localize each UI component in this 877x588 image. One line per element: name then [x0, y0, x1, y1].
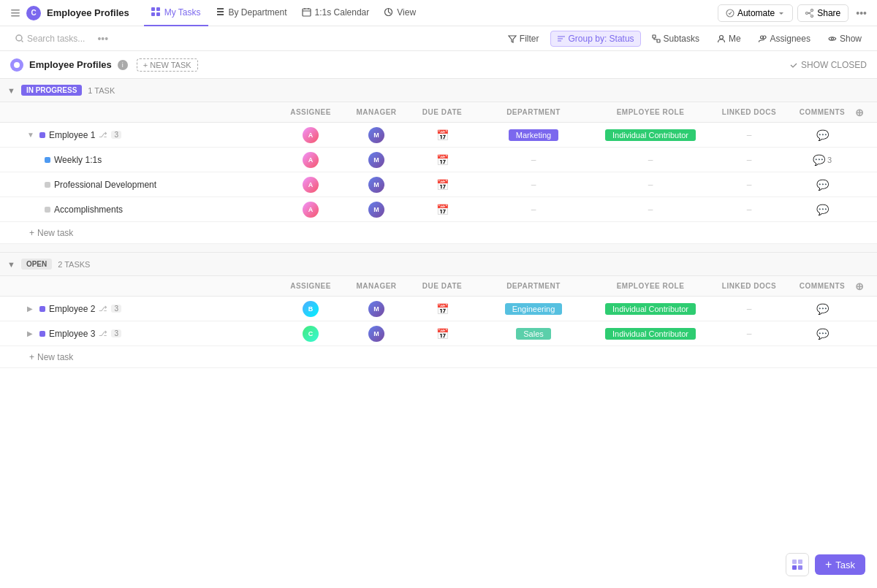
col-header-department: DEPARTMENT: [475, 282, 592, 290]
svg-point-20: [14, 62, 20, 68]
task-more-icon[interactable]: •••: [136, 131, 145, 140]
linked-docs-cell: –: [709, 304, 789, 314]
expand-arrow[interactable]: ▶: [27, 329, 36, 337]
col-header-add[interactable]: ⊕: [855, 280, 877, 292]
linked-docs-cell: –: [709, 130, 789, 140]
toggle-open[interactable]: ▼: [7, 260, 15, 269]
role-badge: Individual Contributor: [605, 129, 696, 141]
calendar-icon: 📅: [436, 303, 449, 315]
grid-view-button[interactable]: [786, 553, 809, 576]
expand-arrow[interactable]: ▶: [27, 305, 36, 313]
show-closed-button[interactable]: SHOW CLOSED: [789, 60, 867, 70]
assignees-button[interactable]: Assignees: [752, 31, 817, 47]
department-badge: Sales: [516, 328, 551, 340]
tab-my-tasks[interactable]: My Tasks: [144, 0, 208, 26]
svg-point-11: [806, 12, 808, 14]
col-header-employee-role: EMPLOYEE ROLE: [592, 108, 709, 116]
new-task-label: + NEW TASK: [143, 61, 191, 69]
show-button[interactable]: Show: [821, 31, 868, 47]
task-more-icon[interactable]: •••: [163, 180, 172, 189]
task-more-icon[interactable]: •••: [128, 305, 137, 313]
department-cell: –: [475, 205, 592, 215]
due-date-cell: 📅: [409, 154, 475, 166]
checkmark-icon: [789, 61, 798, 69]
tab-view[interactable]: View: [376, 0, 423, 26]
comments-cell: 💬: [789, 179, 855, 191]
assignees-label: Assignees: [770, 34, 810, 44]
table-row[interactable]: ▶ Employee 3 ⎇ 3 ••• C M 📅 Sales Individ…: [0, 321, 877, 346]
linked-docs-dash: –: [747, 155, 752, 165]
add-new-task-in-progress[interactable]: + New task: [0, 222, 877, 244]
col-header-add[interactable]: ⊕: [855, 107, 877, 118]
task-more-icon[interactable]: •••: [128, 329, 137, 338]
column-headers-in-progress: ASSIGNEE MANAGER DUE DATE DEPARTMENT EMP…: [0, 102, 877, 123]
tab-view-label: View: [397, 7, 416, 18]
avatar: A: [303, 127, 319, 143]
comment-icon[interactable]: 💬: [816, 328, 829, 340]
role-dash: –: [648, 180, 653, 190]
add-subtask-icon[interactable]: +: [128, 129, 134, 140]
new-task-header-button[interactable]: + NEW TASK: [137, 58, 198, 72]
assignee-cell: A: [278, 152, 343, 168]
task-name: Employee 3: [49, 329, 95, 339]
role-badge: Individual Contributor: [605, 303, 696, 315]
linked-docs-dash: –: [747, 329, 752, 339]
status-badge-open: OPEN: [21, 259, 52, 270]
me-button[interactable]: Me: [710, 31, 748, 47]
tab-calendar[interactable]: 1:1s Calendar: [295, 0, 377, 26]
comment-icon[interactable]: 💬: [816, 129, 829, 141]
table-row[interactable]: Accomplishments ••• A M 📅 – – – 💬: [0, 197, 877, 222]
info-badge[interactable]: i: [118, 60, 128, 70]
linked-docs-dash: –: [747, 205, 752, 215]
sidebar-toggle[interactable]: [7, 5, 23, 21]
department-cell: Sales: [475, 328, 592, 340]
toolbar-more-icon[interactable]: •••: [97, 33, 108, 45]
share-label: Share: [817, 8, 840, 18]
filter-button[interactable]: Filter: [501, 31, 546, 47]
col-header-assignee: ASSIGNEE: [278, 282, 343, 290]
comment-num: 3: [827, 156, 832, 164]
table-row[interactable]: Weekly 1:1s A M 📅 – – – 💬 3: [0, 148, 877, 172]
svg-rect-7: [303, 9, 311, 16]
employee-role-cell: Individual Contributor: [592, 303, 709, 315]
assignee-cell: A: [278, 177, 343, 193]
task-name: Professional Development: [54, 180, 156, 190]
search-wrap[interactable]: Search tasks...: [9, 31, 91, 47]
manager-cell: M: [343, 326, 409, 342]
subtask-count-icon: ⎇: [99, 131, 107, 139]
top-right-actions: Automate Share •••: [718, 4, 870, 22]
task-more-icon[interactable]: •••: [129, 205, 138, 214]
share-button[interactable]: Share: [797, 4, 848, 22]
tab-by-department[interactable]: By Department: [208, 0, 295, 26]
group-by-icon: [557, 34, 566, 43]
avatar: M: [368, 202, 384, 218]
svg-rect-15: [657, 39, 660, 42]
group-by-button[interactable]: Group by: Status: [550, 31, 641, 47]
new-task-fab-button[interactable]: + Task: [815, 554, 865, 575]
table-row[interactable]: ▶ Employee 2 ⎇ 3 ••• B M 📅 Engineering I…: [0, 297, 877, 321]
employee-role-cell: Individual Contributor: [592, 129, 709, 141]
table-row[interactable]: Professional Development ••• A M 📅 – – –…: [0, 172, 877, 197]
col-header-due-date: DUE DATE: [409, 108, 475, 116]
top-nav-tabs: My Tasks By Department 1:1s Calendar Vie…: [144, 0, 423, 26]
add-new-task-open[interactable]: + New task: [0, 346, 877, 368]
expand-arrow[interactable]: ▼: [27, 131, 36, 139]
subtasks-button[interactable]: Subtasks: [645, 31, 706, 47]
comment-icon[interactable]: 💬: [816, 204, 829, 215]
top-bar: C Employee Profiles My Tasks By Departme…: [0, 0, 877, 26]
comment-icon[interactable]: 💬: [813, 154, 825, 166]
assignee-cell: B: [278, 301, 343, 317]
comment-icon[interactable]: 💬: [816, 303, 829, 315]
more-options-icon[interactable]: •••: [853, 6, 870, 20]
comments-cell: 💬: [789, 303, 855, 315]
col-header-employee-role: EMPLOYEE ROLE: [592, 282, 709, 290]
table-row[interactable]: ▼ Employee 1 ⎇ 3 + ••• A M 📅 Marketing I…: [0, 123, 877, 148]
col-header-comments: COMMENTS: [789, 108, 855, 116]
automate-button[interactable]: Automate: [718, 4, 793, 22]
due-date-cell: 📅: [409, 303, 475, 315]
toggle-in-progress[interactable]: ▼: [7, 86, 15, 95]
comment-icon[interactable]: 💬: [816, 179, 829, 191]
show-label: Show: [840, 34, 862, 44]
calendar-icon: 📅: [436, 328, 449, 340]
col-header-linked-docs: LINKED DOCS: [709, 108, 789, 116]
